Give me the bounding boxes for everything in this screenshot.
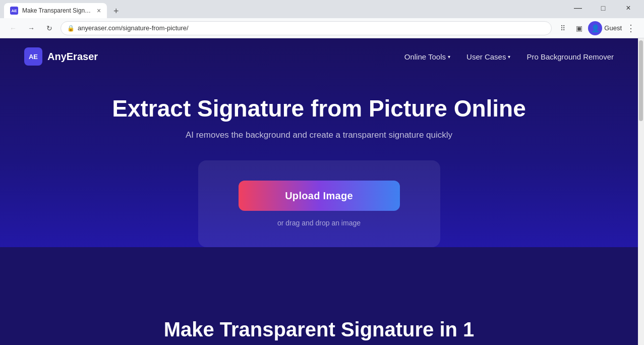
browser-tab[interactable]: AE Make Transparent Signature fr × <box>4 3 107 18</box>
site-logo[interactable]: AE AnyEraser <box>24 47 98 66</box>
scrollbar[interactable] <box>638 40 644 345</box>
site-header: AE AnyEraser Online Tools ▾ User Cases ▾… <box>0 38 638 75</box>
nav-pro-remover[interactable]: Pro Background Remover <box>526 52 614 61</box>
close-window-button[interactable]: × <box>617 0 640 16</box>
tab-favicon: AE <box>10 7 18 15</box>
logo-icon: AE <box>24 47 42 66</box>
nav-tools-label: Online Tools <box>404 52 446 61</box>
logo-name: AnyEraser <box>47 51 98 63</box>
cases-chevron-icon: ▾ <box>508 54 510 60</box>
bottom-title: Make Transparent Signature in 1 <box>140 318 499 345</box>
address-bar[interactable]: 🔒 anyeraser.com/signature-from-picture/ <box>61 21 552 35</box>
back-button[interactable]: ← <box>6 21 20 35</box>
nav-cases-label: User Cases <box>466 52 506 61</box>
chrome-menu-button[interactable]: ⋮ <box>624 21 638 35</box>
site-navigation: Online Tools ▾ User Cases ▾ Pro Backgrou… <box>404 52 614 61</box>
user-avatar[interactable]: 👤 <box>588 21 602 35</box>
scrollbar-thumb[interactable] <box>639 40 643 121</box>
tools-chevron-icon: ▾ <box>448 54 450 60</box>
guest-label: Guest <box>604 24 622 32</box>
upload-container: Upload Image or drag and drop an image <box>198 160 440 247</box>
hero-section: Extract Signature from Picture Online AI… <box>0 75 638 247</box>
forward-button[interactable]: → <box>24 21 38 35</box>
tab-title: Make Transparent Signature fr <box>22 7 93 14</box>
lock-icon: 🔒 <box>67 25 75 32</box>
extensions-button[interactable]: ⠿ <box>556 21 570 35</box>
url-text: anyeraser.com/signature-from-picture/ <box>78 24 545 32</box>
hero-subtitle: AI removes the background and create a t… <box>186 130 452 140</box>
sidebar-button[interactable]: ▣ <box>572 21 586 35</box>
bottom-section: Make Transparent Signature in 1 <box>0 247 638 345</box>
nav-online-tools[interactable]: Online Tools ▾ <box>404 52 450 61</box>
minimize-button[interactable]: — <box>566 0 590 16</box>
tab-close-button[interactable]: × <box>97 7 101 15</box>
nav-pro-label: Pro Background Remover <box>526 52 614 61</box>
maximize-button[interactable]: □ <box>592 0 615 16</box>
new-tab-button[interactable]: + <box>109 4 123 18</box>
nav-user-cases[interactable]: User Cases ▾ <box>466 52 510 61</box>
refresh-button[interactable]: ↻ <box>42 21 56 35</box>
drag-hint-text: or drag and drop an image <box>277 219 361 227</box>
upload-image-button[interactable]: Upload Image <box>239 181 400 211</box>
hero-title: Extract Signature from Picture Online <box>112 95 526 122</box>
